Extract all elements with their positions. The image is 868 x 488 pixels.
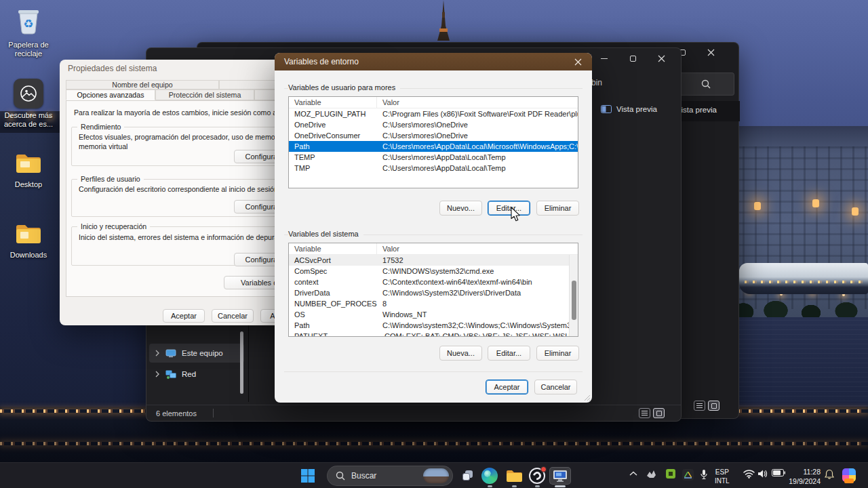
folder-icon xyxy=(14,152,43,178)
ok-button[interactable]: Aceptar xyxy=(163,309,205,323)
search-highlight-image xyxy=(423,468,449,483)
tray-drive-icon[interactable] xyxy=(682,469,694,481)
desktop-icon-recycle-bin[interactable]: ♻ Papelera de reciclaje xyxy=(0,5,57,58)
tab-computer-name[interactable]: Nombre del equipo xyxy=(66,80,219,89)
user-delete-button[interactable]: Eliminar xyxy=(536,201,579,216)
maximize-button[interactable] xyxy=(623,51,643,66)
scrollbar-thumb[interactable] xyxy=(572,281,576,320)
var-value: C:\Users\mores\OneDrive xyxy=(377,121,578,129)
network-icon xyxy=(165,370,176,379)
tray-dragon-icon[interactable] xyxy=(646,469,658,480)
desktop-icon-spotlight[interactable]: Descubre más acerca de es... xyxy=(0,79,57,129)
table-header[interactable]: Variable Valor xyxy=(289,243,578,255)
tray-notifications[interactable] xyxy=(825,469,834,479)
system-variables-label: Variables del sistema xyxy=(288,230,363,238)
running-indicator-active xyxy=(555,485,566,487)
taskbar-search[interactable]: Buscar xyxy=(327,466,453,486)
bell-icon xyxy=(825,469,834,479)
chevron-up-icon xyxy=(629,471,637,476)
close-button[interactable] xyxy=(701,45,721,60)
user-variables-table[interactable]: Variable Valor MOZ_PLUGIN_PATHC:\Program… xyxy=(288,96,578,188)
icons-view-icon[interactable] xyxy=(708,401,719,411)
column-value[interactable]: Valor xyxy=(377,98,578,106)
google-drive-icon xyxy=(682,469,694,481)
clock-time: 11:28 xyxy=(804,468,821,477)
tray-battery[interactable] xyxy=(772,469,785,476)
resize-grip[interactable] xyxy=(584,394,591,401)
edge-button[interactable] xyxy=(480,467,499,485)
close-button[interactable] xyxy=(651,51,671,66)
tray-chevron-up[interactable] xyxy=(629,471,637,476)
system-variables-table[interactable]: Variable Valor ACSvcPort17532 ComSpecC:\… xyxy=(288,243,578,337)
file-explorer-button[interactable] xyxy=(505,467,524,485)
close-button[interactable] xyxy=(564,53,592,70)
group-legend: Rendimiento xyxy=(77,123,124,131)
table-row[interactable]: PathC:\Windows\system32;C:\Windows;C:\Wi… xyxy=(289,320,578,331)
desktop-icon-label: Downloads xyxy=(10,251,47,260)
table-row[interactable]: ACSvcPort17532 xyxy=(289,255,578,266)
table-row[interactable]: OneDriveC:\Users\mores\OneDrive xyxy=(289,119,578,130)
desktop-icon-label: Descubre más acerca de es... xyxy=(0,111,57,129)
table-row[interactable]: ComSpecC:\WINDOWS\system32\cmd.exe xyxy=(289,266,578,277)
table-row[interactable]: OSWindows_NT xyxy=(289,309,578,320)
desktop-screen: ♻ Papelera de reciclaje Descubre más ace… xyxy=(0,0,868,488)
table-scrollbar[interactable] xyxy=(569,255,578,336)
preview-pane-button[interactable]: Vista previa xyxy=(676,106,717,114)
table-row[interactable]: PATHEXT.COM;.EXE;.BAT;.CMD;.VBS;.VBE;.JS… xyxy=(289,331,578,337)
table-row[interactable]: OneDriveConsumerC:\Users\mores\OneDrive xyxy=(289,130,578,141)
table-row[interactable]: NUMBER_OF_PROCESSORS8 xyxy=(289,298,578,309)
list-view-icon[interactable] xyxy=(639,408,650,418)
column-variable[interactable]: Variable xyxy=(289,97,377,108)
folder-icon xyxy=(14,222,43,248)
table-row[interactable]: contextC:\Context\context-win64\tex\texm… xyxy=(289,277,578,287)
preview-pane-icon xyxy=(601,105,612,113)
desktop-icon-downloads-folder[interactable]: Downloads xyxy=(0,222,57,260)
list-view-icon[interactable] xyxy=(694,401,705,411)
cancel-button[interactable]: Cancelar xyxy=(212,309,254,323)
keyboard-language-indicator[interactable]: ESP INTL xyxy=(715,468,730,485)
table-row[interactable]: DriverDataC:\Windows\System32\Drivers\Dr… xyxy=(289,287,578,298)
sidebar-scrollbar[interactable] xyxy=(240,331,243,394)
tray-microphone-icon[interactable] xyxy=(700,469,708,480)
tray-volume[interactable] xyxy=(757,469,768,479)
column-value[interactable]: Valor xyxy=(377,245,578,253)
system-edit-button[interactable]: Editar... xyxy=(488,346,530,361)
sidebar-item-this-pc[interactable]: Este equipo xyxy=(149,344,244,363)
icons-view-icon[interactable] xyxy=(653,408,665,418)
explorer-search-box[interactable] xyxy=(677,73,734,96)
taskbar-clock[interactable]: 11:28 19/9/2024 xyxy=(784,468,821,486)
system-new-button[interactable]: Nueva... xyxy=(439,346,482,361)
chevron-right-icon xyxy=(155,350,160,357)
desktop-icon-desktop-folder[interactable]: Desktop xyxy=(0,152,57,189)
column-variable[interactable]: Variable xyxy=(289,243,377,254)
table-row[interactable]: TMPC:\Users\mores\AppData\Local\Temp xyxy=(289,163,578,174)
var-name: MOZ_PLUGIN_PATH xyxy=(289,110,377,118)
tab-system-protection[interactable]: Protección del sistema xyxy=(155,89,254,100)
sidebar-item-network[interactable]: Red xyxy=(149,365,244,383)
var-value: C:\Context\context-win64\tex\texmf-win64… xyxy=(377,278,578,286)
start-button[interactable] xyxy=(298,467,317,485)
sidebar-item-label: Este equipo xyxy=(182,349,223,357)
obs-button[interactable] xyxy=(528,467,547,485)
system-delete-button[interactable]: Eliminar xyxy=(536,346,579,361)
item-count-label: 6 elementos xyxy=(156,409,197,418)
tray-network[interactable] xyxy=(743,469,755,479)
preview-pane-button[interactable]: Vista previa xyxy=(601,105,657,113)
clock-date: 19/9/2024 xyxy=(789,477,821,487)
table-row-selected[interactable]: PathC:\Users\mores\AppData\Local\Microso… xyxy=(289,141,578,152)
table-header[interactable]: Variable Valor xyxy=(289,97,578,108)
task-view-button[interactable] xyxy=(458,467,477,485)
tray-colorful-app[interactable] xyxy=(842,468,856,482)
tab-advanced[interactable]: Opciones avanzadas xyxy=(66,89,155,100)
dialog-titlebar: Variables de entorno xyxy=(275,53,592,70)
table-row[interactable]: MOZ_PLUGIN_PATHC:\Program Files (x86)\Fo… xyxy=(289,108,578,119)
group-legend: Perfiles de usuario xyxy=(77,175,144,183)
address-bar-text[interactable]: bin xyxy=(591,78,602,87)
system-properties-taskbar-button[interactable] xyxy=(549,467,571,485)
cancel-button[interactable]: Cancelar xyxy=(534,380,577,394)
tray-green-icon[interactable] xyxy=(666,469,675,479)
ok-button[interactable]: Aceptar xyxy=(486,380,528,394)
user-new-button[interactable]: Nuevo... xyxy=(439,201,482,216)
table-row[interactable]: TEMPC:\Users\mores\AppData\Local\Temp xyxy=(289,152,578,163)
minimize-button[interactable] xyxy=(594,51,614,66)
